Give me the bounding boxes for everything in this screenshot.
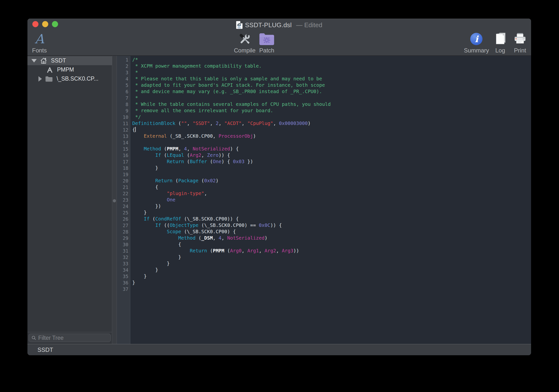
line-number-gutter: 1234567891011121314151617181920212223242… [117,56,130,344]
summary-label: Summary [464,48,489,53]
code-line[interactable]: }) [132,203,531,209]
line-number: 31 [117,248,130,254]
toolbar: A Fonts Co [27,30,531,56]
line-number: 37 [117,286,130,292]
filter-box[interactable] [29,334,111,342]
code-line[interactable]: } [132,260,531,267]
sidebar-tree-panel: SSDT PMPM [27,56,112,344]
zoom-button[interactable] [52,21,58,27]
print-icon [513,32,527,46]
title-group: DSL SSDT-PLUG.dsl — Edited [236,21,322,29]
line-number: 4 [117,76,130,82]
patch-label: Patch [259,48,274,53]
compile-icon [238,32,252,46]
tree-item-label: \_SB.SCK0.CP... [57,75,98,82]
code-line[interactable]: } [132,209,531,216]
code-line[interactable]: * remove all the ones irrelevant for you… [132,108,531,114]
tree-item-sb-sck0[interactable]: \_SB.SCK0.CP... [27,74,112,83]
print-label: Print [514,48,526,53]
code-line[interactable]: { [132,127,531,133]
line-number: 3 [117,69,130,76]
code-line[interactable]: DefinitionBlock ("", "SSDT", 2, "ACDT", … [132,120,531,127]
code-line[interactable]: } [132,267,531,273]
folder-icon [45,75,53,83]
code-line[interactable]: If (LEqual (Arg2, Zero)) { [132,152,531,159]
tree-item-label: PMPM [57,66,74,73]
close-button[interactable] [32,21,38,27]
log-label: Log [495,48,505,53]
traffic-lights [32,21,58,27]
code-line[interactable]: * While the table contains several examp… [132,101,531,108]
code-line[interactable]: /* [132,57,531,63]
line-number: 14 [117,139,130,146]
code-line[interactable]: * [132,69,531,76]
splitter[interactable] [112,56,117,344]
compile-button[interactable]: Compile [234,31,255,53]
line-number: 27 [117,222,130,229]
code-line[interactable] [132,171,531,178]
statusbar: SSDT [27,344,531,355]
splitter-grip-icon[interactable] [113,199,116,202]
code-line[interactable]: One [132,197,531,203]
code-line[interactable]: } [132,280,531,286]
document-badge: DSL [236,27,243,29]
line-number: 12 [117,127,130,133]
main-content: SSDT PMPM [27,56,531,344]
code-line[interactable]: * Please note that this table is only a … [132,76,531,82]
code-line[interactable]: } [132,254,531,260]
line-number: 21 [117,184,130,190]
tree-item-ssdt[interactable]: SSDT [27,56,112,65]
disclosure-down-icon[interactable] [31,59,37,62]
code-line[interactable]: */ [132,114,531,120]
code-line[interactable]: Return (PMPM (Arg0, Arg1, Arg2, Arg3)) [132,248,531,254]
code-line[interactable]: * [132,95,531,101]
code-line[interactable]: Scope (\_SB.SCK0.CP00) { [132,229,531,235]
line-number: 35 [117,273,130,280]
code-line[interactable]: * and device name may vary (e.g. _SB_.PR… [132,88,531,95]
line-number: 28 [117,229,130,235]
line-number: 34 [117,267,130,273]
disclosure-right-icon[interactable] [38,76,42,82]
code-line[interactable]: "plugin-type", [132,190,531,197]
line-number: 18 [117,165,130,171]
code-line[interactable]: If (CondRefOf (\_SB.SCK0.CP00)) { [132,216,531,222]
code-line[interactable]: } [132,273,531,280]
tree-item-pmpm[interactable]: PMPM [27,65,112,74]
code-line[interactable]: } [132,165,531,171]
line-number: 2 [117,63,130,69]
code-line[interactable]: { [132,184,531,190]
print-button[interactable]: Print [513,31,527,53]
code-line[interactable]: * XCPM power management compatibility ta… [132,63,531,69]
code-line[interactable]: Method (_DSM, 4, NotSerialized) [132,235,531,241]
code-line[interactable]: External (_SB_.SCK0.CP00, ProcessorObj) [132,133,531,139]
minimize-button[interactable] [42,21,48,27]
code-line[interactable]: { [132,241,531,248]
code-lines[interactable]: /* * XCPM power management compatibility… [130,56,531,344]
code-line[interactable] [132,139,531,146]
line-number: 8 [117,101,130,108]
code-line[interactable]: * adapted to fit your board's ACPI stack… [132,82,531,88]
document-icon[interactable]: DSL [236,21,243,29]
line-number: 10 [117,114,130,120]
line-number: 9 [117,108,130,114]
summary-button[interactable]: i Summary [464,31,489,53]
fonts-button[interactable]: A Fonts [32,31,47,53]
code-line[interactable]: Return (Buffer (One) { 0x03 }) [132,159,531,165]
line-number: 5 [117,82,130,88]
document-scribble [237,23,242,27]
line-number: 7 [117,95,130,101]
line-number: 20 [117,178,130,184]
patch-button[interactable]: Patch [259,31,275,53]
filter-tree-input[interactable] [38,335,108,341]
code-line[interactable]: If ((ObjectType (\_SB.SCK0.CP00) == 0x0C… [132,222,531,229]
titlebar[interactable]: DSL SSDT-PLUG.dsl — Edited [27,19,531,30]
code-line[interactable]: Return (Package (0x02) [132,178,531,184]
acpi-tree: SSDT PMPM [27,56,112,332]
code-line[interactable] [132,286,531,292]
text-caret [135,127,136,132]
line-number: 17 [117,159,130,165]
line-number: 6 [117,88,130,95]
log-icon [493,32,507,46]
code-line[interactable]: Method (PMPM, 4, NotSerialized) { [132,146,531,152]
log-button[interactable]: Log [493,31,507,53]
